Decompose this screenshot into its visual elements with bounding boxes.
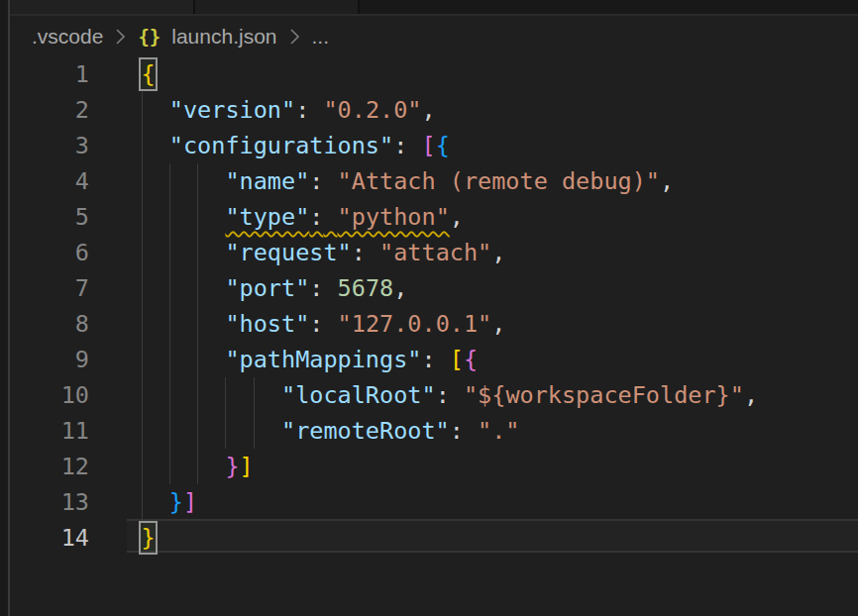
code-text: "localRoot": "${workspaceFolder}", [142,377,759,413]
tab-bar [0,0,858,14]
code-text: "pathMappings": [{ [142,342,479,377]
code-text: "request": "attach", [142,235,506,270]
breadcrumb-symbol-more[interactable]: ... [312,25,330,49]
code-editor[interactable]: 1{2 "version": "0.2.0",3 "configurations… [0,56,858,571]
line-number[interactable]: 13 [0,484,89,520]
code-line[interactable]: 1{ [0,56,858,92]
code-text: "remoteRoot": "." [142,413,520,449]
line-number[interactable]: 3 [0,128,89,163]
line-number[interactable]: 1 [0,56,89,92]
breadcrumb-folder[interactable]: .vscode [32,25,103,49]
code-text: }] [142,484,198,520]
line-number[interactable]: 8 [0,306,89,342]
line-number[interactable]: 4 [0,163,89,199]
code-line[interactable]: 9 "pathMappings": [{ [0,342,858,377]
code-line[interactable]: 11 "remoteRoot": "." [0,413,858,449]
tab-bar-empty [360,0,858,14]
tab-inactive[interactable] [195,0,358,14]
code-line[interactable]: 4 "name": "Attach (remote debug)", [0,163,858,199]
code-text: }] [142,449,254,484]
code-line[interactable]: 8 "host": "127.0.0.1", [0,306,858,342]
code-line[interactable]: 10 "localRoot": "${workspaceFolder}", [0,377,858,413]
code-text: "port": 5678, [142,270,408,306]
breadcrumb: .vscode {} launch.json ... [12,16,858,56]
line-number[interactable]: 6 [0,235,89,270]
line-number[interactable]: 9 [0,342,89,377]
chevron-right-icon [114,26,127,48]
code-line[interactable]: 7 "port": 5678, [0,270,858,306]
code-line[interactable]: 13 }] [0,484,858,520]
bracket-match-box [139,521,158,555]
bracket-match-box [139,57,158,91]
code-text: "host": "127.0.0.1", [142,306,506,342]
code-text: "name": "Attach (remote debug)", [142,163,675,199]
sidebar-edge [0,0,10,616]
code-line[interactable]: 14} [0,520,858,556]
code-text: "type": "python", [142,199,464,235]
code-line[interactable]: 5 "type": "python", [0,199,858,235]
breadcrumb-file[interactable]: launch.json [171,25,276,49]
json-file-icon: {} [138,26,161,48]
line-number[interactable]: 2 [0,92,89,128]
line-number[interactable]: 5 [0,199,89,235]
code-text: "configurations": [{ [142,128,450,163]
code-text: "version": "0.2.0", [142,92,436,128]
line-number[interactable]: 7 [0,270,89,306]
line-number[interactable]: 14 [0,520,89,556]
tab-active[interactable] [0,0,193,14]
code-line[interactable]: 12 }] [0,449,858,484]
code-line[interactable]: 2 "version": "0.2.0", [0,92,858,128]
line-number[interactable]: 11 [0,413,89,449]
code-line[interactable]: 6 "request": "attach", [0,235,858,270]
line-number[interactable]: 10 [0,377,89,413]
chevron-right-icon [288,26,301,48]
code-line[interactable]: 3 "configurations": [{ [0,128,858,163]
line-number[interactable]: 12 [0,449,89,484]
